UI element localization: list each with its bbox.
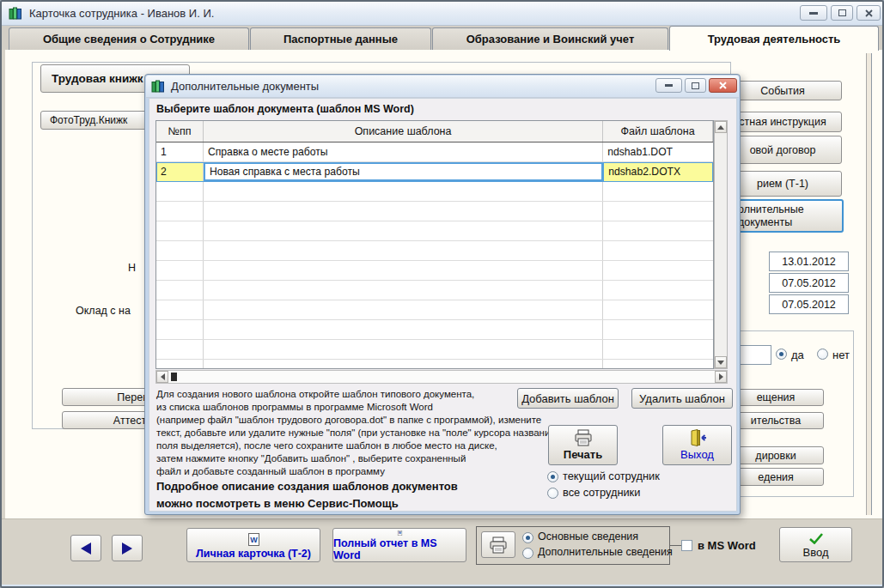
printer-icon <box>489 536 508 554</box>
events-label: События <box>760 85 805 97</box>
enter-button[interactable]: Ввод <box>779 527 852 562</box>
hire-t1-button[interactable]: рием (Т-1) <box>723 171 842 197</box>
minimize-icon <box>665 84 673 87</box>
template-table[interactable]: №пп Описание шаблона Файл шаблона 1 Спра… <box>155 120 714 369</box>
residence-label: ительства <box>751 415 801 427</box>
table-row-empty <box>156 360 713 369</box>
tab-education-military[interactable]: Образование и Воинский учет <box>432 27 668 50</box>
additional-info-radio[interactable] <box>522 548 533 559</box>
scroll-left-button[interactable] <box>156 371 168 383</box>
additional-documents-button[interactable]: олнительные документы <box>726 199 844 233</box>
n-label: Н <box>128 262 136 274</box>
svg-text:W: W <box>398 531 401 535</box>
scroll-down-button[interactable] <box>715 356 727 368</box>
table-row-empty <box>156 300 713 320</box>
date-field-1[interactable]: 13.01.2012 <box>769 252 849 271</box>
business-trips-button[interactable]: дировки <box>728 446 824 464</box>
table-row-empty <box>156 202 713 221</box>
photo-work-book-label: ФотоТруд.Книжк <box>50 114 127 126</box>
employee-card-window: Карточка сотрудника - Иванов И. И. Общие… <box>0 0 884 588</box>
personal-card-t2-label: Личная карточка (Т-2) <box>196 548 311 560</box>
print-button[interactable]: Печать <box>548 425 618 465</box>
residence-button[interactable]: ительства <box>728 412 824 429</box>
full-report-msword-button[interactable]: W Полный отчет в MS Word <box>332 528 466 562</box>
table-header-row: №пп Описание шаблона Файл шаблона <box>156 121 713 142</box>
events-button[interactable]: События <box>723 81 842 100</box>
salary-label: Оклад с на <box>76 305 131 317</box>
arrow-down-icon <box>717 361 724 365</box>
delete-template-button[interactable]: Удалить шаблон <box>631 388 733 409</box>
date-field-3[interactable]: 07.05.2012 <box>769 294 849 314</box>
col-header-description: Описание шаблона <box>204 121 603 142</box>
table-row-selected[interactable]: 2 Новая справка с места работы ndshab2.D… <box>156 162 713 182</box>
table-row-empty <box>156 340 713 360</box>
exit-door-icon <box>688 429 707 446</box>
exit-button[interactable]: Выход <box>662 425 732 465</box>
print-label: Печать <box>564 448 602 461</box>
main-info-radio[interactable] <box>522 532 533 543</box>
printer-icon <box>574 429 593 446</box>
job-instruction-button[interactable]: стная инструкция <box>723 112 842 132</box>
main-info-label: Основные сведения <box>538 530 638 543</box>
tab-passport-data[interactable]: Паспортные данные <box>250 27 431 50</box>
tab-label: Паспортные данные <box>283 33 398 45</box>
dialog-close-button[interactable] <box>709 78 737 93</box>
msword-checkbox[interactable] <box>681 540 692 551</box>
yes-radio[interactable] <box>776 349 787 360</box>
col-header-num: №пп <box>156 121 204 142</box>
word-doc-icon: W <box>247 533 260 546</box>
next-employee-button[interactable] <box>112 535 143 561</box>
table-row-empty <box>156 221 713 241</box>
scroll-right-button[interactable] <box>715 371 727 383</box>
panel-right-edge <box>866 53 872 515</box>
dialog-minimize-button[interactable] <box>655 78 682 93</box>
hire-t1-label: рием (Т-1) <box>757 178 808 190</box>
help-note-line: можно посмотреть в меню Сервис-Помощь <box>156 497 399 510</box>
tab-work-activity[interactable]: Трудовая деятельность <box>669 26 879 51</box>
labor-contract-label: овой договор <box>750 144 816 156</box>
current-employee-radio[interactable] <box>547 471 558 482</box>
table-row[interactable]: 1 Справка о месте работы ndshab1.DOT <box>156 142 713 162</box>
add-template-button[interactable]: Добавить шаблон <box>517 388 619 409</box>
svg-text:W: W <box>250 536 258 544</box>
horizontal-scroll-thumb[interactable] <box>171 373 177 381</box>
dialog-title: Дополнительные документы <box>171 80 319 93</box>
help-note-line: Подробное описание создания шаблонов док… <box>156 480 458 493</box>
date-field-2[interactable]: 07.05.2012 <box>769 273 849 293</box>
close-icon <box>865 9 873 17</box>
tab-general-info[interactable]: Общие сведения о Сотруднике <box>9 27 249 50</box>
scroll-up-button[interactable] <box>715 121 727 133</box>
enter-label: Ввод <box>803 546 829 559</box>
personal-card-t2-button[interactable]: W Личная карточка (Т-2) <box>186 528 320 562</box>
job-instruction-label: стная инструкция <box>739 116 826 128</box>
table-vertical-scrollbar[interactable] <box>714 120 728 369</box>
all-employees-radio[interactable] <box>547 488 558 499</box>
no-label: нет <box>832 349 850 361</box>
table-horizontal-scrollbar[interactable] <box>155 370 728 384</box>
maximize-button[interactable] <box>831 5 853 21</box>
close-button[interactable] <box>857 5 881 21</box>
date-value: 13.01.2012 <box>782 256 836 268</box>
group-connector-line <box>670 545 681 546</box>
print-card-button[interactable] <box>481 531 515 558</box>
books-app-icon <box>151 80 165 94</box>
minimize-button[interactable] <box>800 5 827 21</box>
instruction-line: Для создания нового шаблона откройте шаб… <box>156 389 474 399</box>
labor-contract-button[interactable]: овой договор <box>723 136 842 164</box>
tab-label: Образование и Воинский учет <box>466 33 635 45</box>
delete-template-label: Удалить шаблон <box>639 392 725 405</box>
instruction-line: (например файл "шаблон трудового договор… <box>156 415 541 425</box>
no-radio[interactable] <box>817 349 828 360</box>
maximize-icon <box>838 9 846 16</box>
dialog-maximize-button[interactable] <box>685 78 706 93</box>
dialog-titlebar[interactable]: Дополнительные документы <box>146 76 739 98</box>
work-book-label: Трудовая книжк <box>52 72 143 85</box>
window-frame-bottom <box>2 585 882 588</box>
prev-employee-button[interactable] <box>70 535 101 561</box>
table-row-empty <box>156 261 713 281</box>
arrow-left-icon <box>81 543 91 555</box>
bottom-bar: W Личная карточка (Т-2) W Полный отчет в… <box>2 518 882 584</box>
info-button[interactable]: едения <box>728 468 824 486</box>
word-doc-icon: W <box>393 530 406 536</box>
movements-button[interactable]: ещения <box>728 389 824 406</box>
